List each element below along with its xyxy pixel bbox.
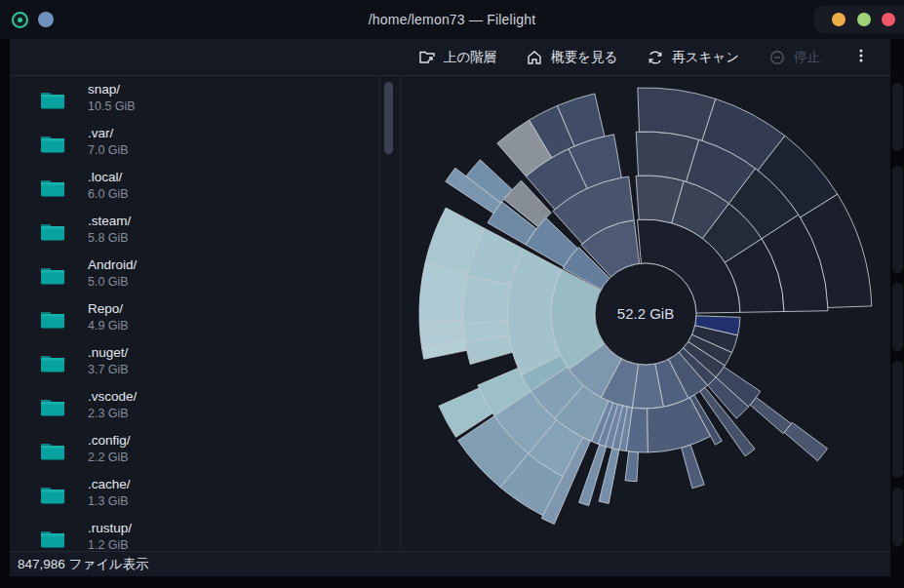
- hamburger-menu-button[interactable]: [847, 43, 875, 71]
- maximize-button[interactable]: [857, 13, 871, 26]
- radial-map-panel: 52.2 GiB: [401, 77, 890, 551]
- sunburst-chart: 52.2 GiB: [401, 77, 890, 551]
- filelight-window: /home/lemon73 — Filelight 上の階層 概要を見る: [0, 0, 904, 588]
- overview-button[interactable]: 概要を見る: [524, 45, 619, 70]
- folder-icon: [39, 218, 66, 242]
- directory-size: 1.3 GiB: [88, 493, 131, 510]
- folder-icon: [39, 262, 66, 286]
- list-item[interactable]: .rustup/1.2 GiB: [10, 516, 379, 551]
- window-title: /home/lemon73 — Filelight: [0, 0, 904, 39]
- folder-icon: [39, 175, 66, 198]
- folder-icon: [39, 526, 66, 549]
- sunburst-segment[interactable]: [419, 263, 468, 322]
- folder-icon: [39, 131, 66, 154]
- list-item[interactable]: Repo/4.9 GiB: [10, 296, 379, 340]
- sunburst-segment[interactable]: [750, 397, 791, 433]
- scrollbar-dash: [892, 283, 903, 351]
- window-body: 上の階層 概要を見る 再スキャン 停止: [10, 39, 890, 576]
- directory-size: 10.5 GiB: [88, 98, 136, 115]
- directory-size: 5.8 GiB: [88, 230, 131, 247]
- right-scrollbar[interactable]: [892, 78, 903, 548]
- vertical-dots-icon: [853, 47, 869, 64]
- scrollbar-dash: [892, 361, 903, 478]
- folder-up-icon: [418, 49, 436, 66]
- titlebar: /home/lemon73 — Filelight: [0, 0, 904, 39]
- list-item[interactable]: .config/2.2 GiB: [10, 428, 379, 472]
- stop-icon: [768, 49, 786, 66]
- directory-size: 2.3 GiB: [88, 406, 137, 422]
- sunburst-segment[interactable]: [784, 422, 827, 460]
- directory-size: 3.7 GiB: [88, 362, 129, 378]
- directory-name: .steam/: [88, 213, 131, 230]
- file-count-status: 847,986 ファイル表示: [18, 556, 149, 573]
- list-item[interactable]: snap/10.5 GiB: [10, 77, 379, 121]
- folder-icon: [39, 482, 66, 505]
- directory-name: .var/: [88, 125, 129, 142]
- list-item[interactable]: .var/7.0 GiB: [10, 121, 379, 165]
- directory-name: .vscode/: [88, 388, 137, 406]
- rescan-button[interactable]: 再スキャン: [645, 45, 741, 70]
- folder-icon: [39, 394, 66, 417]
- directory-size: 4.9 GiB: [88, 318, 129, 334]
- sidebar-scrollbar-thumb[interactable]: [384, 82, 393, 154]
- scrollbar-dash: [892, 83, 903, 151]
- directory-name: .config/: [88, 432, 131, 450]
- directory-list: snap/10.5 GiB.var/7.0 GiB.local/6.0 GiB.…: [10, 77, 380, 551]
- directory-size: 6.0 GiB: [88, 186, 129, 203]
- scrollbar-dash: [892, 190, 903, 273]
- minimize-button[interactable]: [832, 13, 845, 26]
- folder-icon: [39, 438, 66, 461]
- directory-size: 5.0 GiB: [88, 274, 137, 291]
- center-size-label: 52.2 GiB: [617, 305, 674, 322]
- sunburst-segment[interactable]: [625, 451, 639, 482]
- scrollbar-dash: [892, 488, 903, 546]
- statusbar: 847,986 ファイル表示: [10, 551, 890, 576]
- directory-name: .rustup/: [88, 520, 132, 537]
- directory-name: Android/: [88, 256, 137, 274]
- list-item[interactable]: Android/5.0 GiB: [10, 253, 379, 296]
- directory-name: .cache/: [88, 476, 131, 493]
- directory-size: 1.2 GiB: [88, 537, 132, 551]
- close-button[interactable]: [882, 13, 895, 26]
- go-up-button[interactable]: 上の階層: [416, 45, 498, 70]
- list-item[interactable]: .nuget/3.7 GiB: [10, 340, 379, 384]
- refresh-icon: [647, 49, 664, 66]
- list-item[interactable]: .vscode/2.3 GiB: [10, 384, 379, 428]
- folder-icon: [39, 306, 66, 330]
- home-icon: [526, 49, 543, 66]
- folder-icon: [39, 350, 66, 373]
- directory-size: 2.2 GiB: [88, 450, 131, 466]
- directory-name: .nuget/: [88, 344, 129, 362]
- directory-name: snap/: [88, 81, 136, 98]
- toolbar: 上の階層 概要を見る 再スキャン 停止: [10, 39, 890, 76]
- stop-button[interactable]: 停止: [766, 45, 822, 70]
- directory-name: Repo/: [88, 300, 129, 318]
- directory-name: .local/: [88, 169, 129, 186]
- directory-size: 7.0 GiB: [88, 142, 129, 159]
- list-item[interactable]: .local/6.0 GiB: [10, 165, 379, 209]
- sunburst-segment[interactable]: [682, 445, 704, 488]
- list-item[interactable]: .cache/1.3 GiB: [10, 472, 379, 516]
- list-item[interactable]: .steam/5.8 GiB: [10, 209, 379, 253]
- folder-icon: [39, 87, 66, 110]
